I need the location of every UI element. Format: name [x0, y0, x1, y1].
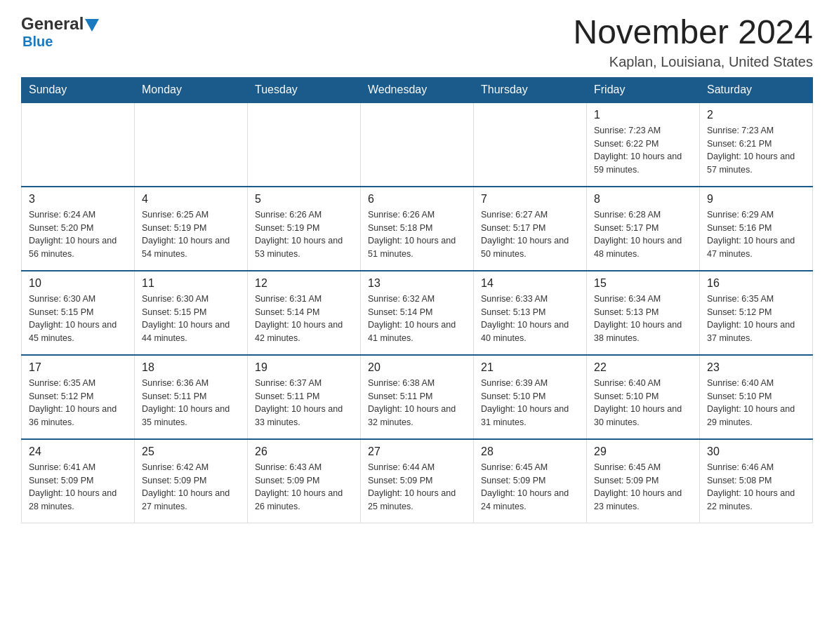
day-number: 3	[29, 193, 127, 206]
day-info: Sunrise: 6:40 AMSunset: 5:10 PMDaylight:…	[594, 377, 692, 429]
calendar-cell: 24Sunrise: 6:41 AMSunset: 5:09 PMDayligh…	[22, 439, 135, 523]
day-info: Sunrise: 6:25 AMSunset: 5:19 PMDaylight:…	[142, 208, 240, 261]
calendar-cell	[22, 102, 135, 187]
calendar-cell	[361, 102, 474, 187]
calendar-week-row: 17Sunrise: 6:35 AMSunset: 5:12 PMDayligh…	[22, 355, 813, 439]
day-number: 28	[481, 445, 579, 458]
calendar-cell: 18Sunrise: 6:36 AMSunset: 5:11 PMDayligh…	[135, 355, 248, 439]
calendar-week-row: 10Sunrise: 6:30 AMSunset: 5:15 PMDayligh…	[22, 271, 813, 355]
calendar-cell: 13Sunrise: 6:32 AMSunset: 5:14 PMDayligh…	[361, 271, 474, 355]
page-header: General Blue November 2024 Kaplan, Louis…	[21, 14, 813, 70]
day-info: Sunrise: 6:41 AMSunset: 5:09 PMDaylight:…	[29, 461, 127, 514]
day-number: 2	[707, 109, 805, 121]
day-info: Sunrise: 7:23 AMSunset: 6:22 PMDaylight:…	[594, 124, 692, 177]
calendar-cell: 6Sunrise: 6:26 AMSunset: 5:18 PMDaylight…	[361, 187, 474, 271]
day-number: 19	[255, 361, 353, 374]
day-number: 30	[707, 445, 805, 458]
calendar-cell: 9Sunrise: 6:29 AMSunset: 5:16 PMDaylight…	[700, 187, 813, 271]
day-info: Sunrise: 6:24 AMSunset: 5:20 PMDaylight:…	[29, 208, 127, 261]
day-number: 14	[481, 277, 579, 290]
day-number: 25	[142, 445, 240, 458]
calendar-cell	[474, 102, 587, 187]
calendar-header-row: SundayMondayTuesdayWednesdayThursdayFrid…	[22, 77, 813, 102]
day-info: Sunrise: 6:40 AMSunset: 5:10 PMDaylight:…	[707, 377, 805, 429]
calendar-cell: 17Sunrise: 6:35 AMSunset: 5:12 PMDayligh…	[22, 355, 135, 439]
day-number: 4	[142, 193, 240, 206]
calendar-cell	[135, 102, 248, 187]
day-info: Sunrise: 6:35 AMSunset: 5:12 PMDaylight:…	[707, 293, 805, 345]
day-number: 23	[707, 361, 805, 374]
calendar-cell: 11Sunrise: 6:30 AMSunset: 5:15 PMDayligh…	[135, 271, 248, 355]
day-info: Sunrise: 6:29 AMSunset: 5:16 PMDaylight:…	[707, 208, 805, 261]
calendar-cell: 12Sunrise: 6:31 AMSunset: 5:14 PMDayligh…	[248, 271, 361, 355]
calendar-header-monday: Monday	[135, 77, 248, 102]
calendar-cell: 21Sunrise: 6:39 AMSunset: 5:10 PMDayligh…	[474, 355, 587, 439]
day-number: 11	[142, 277, 240, 290]
day-number: 12	[255, 277, 353, 290]
day-number: 7	[481, 193, 579, 206]
day-info: Sunrise: 6:26 AMSunset: 5:18 PMDaylight:…	[368, 208, 466, 261]
day-info: Sunrise: 6:33 AMSunset: 5:13 PMDaylight:…	[481, 293, 579, 345]
day-info: Sunrise: 6:42 AMSunset: 5:09 PMDaylight:…	[142, 461, 240, 514]
calendar-cell: 15Sunrise: 6:34 AMSunset: 5:13 PMDayligh…	[587, 271, 700, 355]
calendar-cell: 26Sunrise: 6:43 AMSunset: 5:09 PMDayligh…	[248, 439, 361, 523]
day-info: Sunrise: 6:45 AMSunset: 5:09 PMDaylight:…	[594, 461, 692, 514]
day-info: Sunrise: 6:32 AMSunset: 5:14 PMDaylight:…	[368, 293, 466, 345]
calendar-cell: 22Sunrise: 6:40 AMSunset: 5:10 PMDayligh…	[587, 355, 700, 439]
day-info: Sunrise: 6:44 AMSunset: 5:09 PMDaylight:…	[368, 461, 466, 514]
day-info: Sunrise: 6:43 AMSunset: 5:09 PMDaylight:…	[255, 461, 353, 514]
calendar-cell: 28Sunrise: 6:45 AMSunset: 5:09 PMDayligh…	[474, 439, 587, 523]
calendar-week-row: 3Sunrise: 6:24 AMSunset: 5:20 PMDaylight…	[22, 187, 813, 271]
calendar-cell: 4Sunrise: 6:25 AMSunset: 5:19 PMDaylight…	[135, 187, 248, 271]
day-info: Sunrise: 6:26 AMSunset: 5:19 PMDaylight:…	[255, 208, 353, 261]
day-number: 16	[707, 277, 805, 290]
calendar-cell: 27Sunrise: 6:44 AMSunset: 5:09 PMDayligh…	[361, 439, 474, 523]
calendar-cell: 25Sunrise: 6:42 AMSunset: 5:09 PMDayligh…	[135, 439, 248, 523]
day-number: 26	[255, 445, 353, 458]
calendar-cell: 1Sunrise: 7:23 AMSunset: 6:22 PMDaylight…	[587, 102, 700, 187]
day-info: Sunrise: 6:38 AMSunset: 5:11 PMDaylight:…	[368, 377, 466, 429]
calendar-cell: 2Sunrise: 7:23 AMSunset: 6:21 PMDaylight…	[700, 102, 813, 187]
calendar-header-saturday: Saturday	[700, 77, 813, 102]
day-info: Sunrise: 6:46 AMSunset: 5:08 PMDaylight:…	[707, 461, 805, 514]
day-number: 24	[29, 445, 127, 458]
calendar-table: SundayMondayTuesdayWednesdayThursdayFrid…	[21, 77, 813, 524]
main-title: November 2024	[573, 14, 813, 51]
day-number: 15	[594, 277, 692, 290]
day-number: 20	[368, 361, 466, 374]
calendar-cell: 5Sunrise: 6:26 AMSunset: 5:19 PMDaylight…	[248, 187, 361, 271]
day-number: 9	[707, 193, 805, 206]
calendar-cell: 14Sunrise: 6:33 AMSunset: 5:13 PMDayligh…	[474, 271, 587, 355]
calendar-cell: 3Sunrise: 6:24 AMSunset: 5:20 PMDaylight…	[22, 187, 135, 271]
calendar-header-thursday: Thursday	[474, 77, 587, 102]
day-info: Sunrise: 6:27 AMSunset: 5:17 PMDaylight:…	[481, 208, 579, 261]
calendar-cell: 29Sunrise: 6:45 AMSunset: 5:09 PMDayligh…	[587, 439, 700, 523]
day-number: 21	[481, 361, 579, 374]
subtitle: Kaplan, Louisiana, United States	[573, 54, 813, 70]
day-number: 27	[368, 445, 466, 458]
calendar-cell: 8Sunrise: 6:28 AMSunset: 5:17 PMDaylight…	[587, 187, 700, 271]
day-number: 6	[368, 193, 466, 206]
day-number: 17	[29, 361, 127, 374]
calendar-header-sunday: Sunday	[22, 77, 135, 102]
calendar-cell: 20Sunrise: 6:38 AMSunset: 5:11 PMDayligh…	[361, 355, 474, 439]
day-info: Sunrise: 6:34 AMSunset: 5:13 PMDaylight:…	[594, 293, 692, 345]
calendar-week-row: 1Sunrise: 7:23 AMSunset: 6:22 PMDaylight…	[22, 102, 813, 187]
day-info: Sunrise: 7:23 AMSunset: 6:21 PMDaylight:…	[707, 124, 805, 177]
day-info: Sunrise: 6:31 AMSunset: 5:14 PMDaylight:…	[255, 293, 353, 345]
day-info: Sunrise: 6:30 AMSunset: 5:15 PMDaylight:…	[29, 293, 127, 345]
day-number: 29	[594, 445, 692, 458]
calendar-cell	[248, 102, 361, 187]
day-number: 5	[255, 193, 353, 206]
calendar-header-wednesday: Wednesday	[361, 77, 474, 102]
day-info: Sunrise: 6:36 AMSunset: 5:11 PMDaylight:…	[142, 377, 240, 429]
day-info: Sunrise: 6:28 AMSunset: 5:17 PMDaylight:…	[594, 208, 692, 261]
calendar-cell: 23Sunrise: 6:40 AMSunset: 5:10 PMDayligh…	[700, 355, 813, 439]
calendar-cell: 30Sunrise: 6:46 AMSunset: 5:08 PMDayligh…	[700, 439, 813, 523]
calendar-cell: 7Sunrise: 6:27 AMSunset: 5:17 PMDaylight…	[474, 187, 587, 271]
day-info: Sunrise: 6:45 AMSunset: 5:09 PMDaylight:…	[481, 461, 579, 514]
day-info: Sunrise: 6:30 AMSunset: 5:15 PMDaylight:…	[142, 293, 240, 345]
calendar-header-tuesday: Tuesday	[248, 77, 361, 102]
title-block: November 2024 Kaplan, Louisiana, United …	[573, 14, 813, 70]
logo: General Blue	[21, 14, 99, 50]
